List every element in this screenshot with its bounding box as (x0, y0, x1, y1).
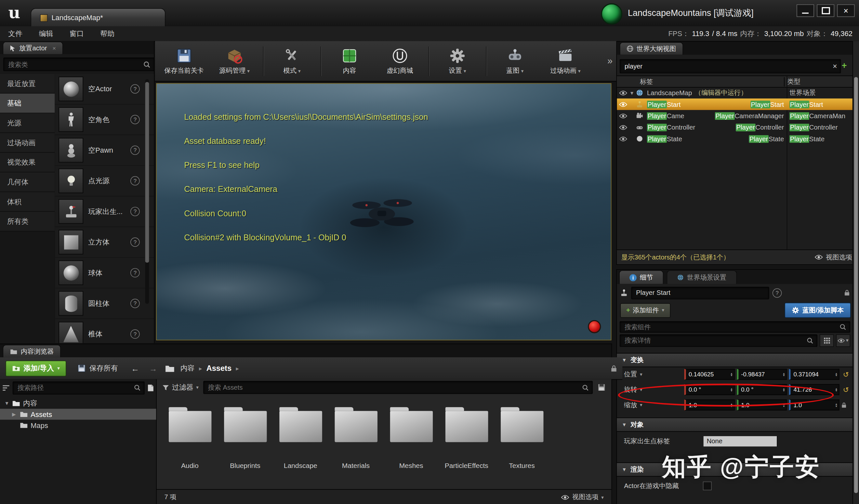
tree-item-assets[interactable]: ▶ Assets (0, 409, 156, 420)
tree-item-content-root[interactable]: ▼ 内容 (0, 398, 156, 409)
help-circle-icon[interactable]: ? (130, 207, 140, 216)
spinner-arrows[interactable]: ▲▼ (781, 403, 786, 407)
folder-item-materials[interactable]: Materials (329, 404, 382, 470)
add-component-button[interactable]: + 添加组件 ▾ (620, 303, 670, 318)
rotation-x-field[interactable]: 0.0 °▲▼ (684, 384, 735, 395)
content-view-options-button[interactable]: 视图选项 ▾ (561, 493, 604, 502)
modes-button[interactable]: 模式▾ (267, 43, 317, 79)
player-start-tag-field[interactable]: None (703, 435, 778, 446)
scrollbar-thumb[interactable] (854, 77, 858, 493)
spinner-arrows[interactable]: ▲▼ (729, 403, 734, 407)
help-circle-icon[interactable]: ? (130, 115, 140, 124)
sources-panel-icon[interactable] (147, 384, 154, 392)
expander-arrow[interactable]: ▼ (630, 90, 636, 95)
search-paths-field[interactable] (17, 383, 131, 392)
category-basic[interactable]: 基础 (0, 94, 55, 113)
folder-item-blueprints[interactable]: Blueprints (218, 404, 271, 470)
actor-item-empty-pawn[interactable]: 空Pawn ? (55, 135, 154, 166)
spinner-arrows[interactable]: ▲▼ (729, 372, 734, 377)
label-column-header[interactable]: 标签 (617, 77, 784, 86)
scale-lock-icon[interactable] (841, 402, 850, 408)
filters-button[interactable]: 过滤器 ▾ (162, 382, 199, 392)
forward-button[interactable]: → (147, 364, 160, 373)
spinner-arrows[interactable]: ▲▼ (834, 372, 839, 377)
spinner-arrows[interactable]: ▲▼ (781, 372, 786, 377)
outliner-search-input[interactable]: × (620, 59, 841, 74)
display-filter-eye-button[interactable]: ▾ (836, 334, 850, 347)
help-circle-icon[interactable]: ? (130, 237, 140, 247)
minimize-button[interactable] (797, 4, 814, 17)
menu-file[interactable]: 文件 (0, 29, 31, 38)
spinner-arrows[interactable]: ▲▼ (729, 387, 734, 392)
reset-to-default-icon[interactable]: ↺ (841, 385, 850, 394)
help-circle-icon[interactable]: ? (130, 268, 140, 278)
cinematics-button[interactable]: 过场动画▾ (541, 43, 590, 79)
category-geometry[interactable]: 几何体 (0, 172, 55, 192)
spinner-arrows[interactable]: ▲▼ (834, 403, 839, 407)
chevron-down-icon[interactable]: ▾ (640, 402, 643, 408)
actor-name-field[interactable] (631, 286, 769, 299)
actor-item-cylinder[interactable]: 圆柱体 ? (55, 288, 154, 319)
type-column-header[interactable]: 类型 (784, 77, 853, 86)
search-assets-field[interactable] (207, 383, 579, 392)
blueprints-button[interactable]: 蓝图▾ (490, 43, 540, 79)
rotation-y-field[interactable]: 0.0 °▲▼ (737, 384, 787, 395)
close-button[interactable]: × (837, 4, 855, 17)
menu-window[interactable]: 窗口 (61, 29, 92, 38)
visibility-eye-icon[interactable] (619, 90, 630, 95)
actor-item-empty-character[interactable]: 空角色 ? (55, 105, 154, 135)
lock-icon[interactable] (844, 289, 850, 296)
scale-z-field[interactable]: 1.0▲▼ (789, 399, 839, 410)
location-y-field[interactable]: -0.98437▲▼ (737, 369, 787, 380)
scrollbar-thumb[interactable] (145, 82, 149, 263)
menu-edit[interactable]: 编辑 (31, 29, 61, 38)
visibility-eye-icon[interactable] (619, 124, 630, 130)
save-level-button[interactable]: 保存当前关卡 (159, 43, 209, 79)
category-cinematic[interactable]: 过场动画 (0, 133, 55, 153)
filter-list-icon[interactable] (2, 384, 10, 391)
save-search-icon[interactable] (597, 383, 606, 392)
search-assets-input[interactable] (203, 381, 593, 394)
content-browser-tab[interactable]: 内容浏览器 (3, 345, 61, 358)
outliner-row-playercameramanager[interactable]: PlayerCame PlayerCameraManager PlayerCam… (617, 110, 853, 122)
help-circle-icon[interactable]: ? (772, 288, 782, 298)
folder-item-meshes[interactable]: Meshes (385, 404, 438, 470)
actor-item-player-start[interactable]: 玩家出生... ? (55, 196, 154, 227)
actor-item-cube[interactable]: 立方体 ? (55, 227, 154, 257)
breadcrumb-root[interactable]: 内容 (180, 363, 195, 373)
tree-item-maps[interactable]: Maps (0, 420, 156, 430)
help-circle-icon[interactable]: ? (130, 176, 140, 186)
folder-item-particleeffects[interactable]: ParticleEffects (440, 404, 493, 470)
folder-item-audio[interactable]: Audio (163, 404, 216, 470)
close-tab-icon[interactable]: × (52, 45, 56, 51)
actor-list-scrollbar[interactable] (145, 79, 149, 304)
help-circle-icon[interactable]: ? (130, 145, 140, 155)
actor-item-point-light[interactable]: 点光源 ? (55, 166, 154, 196)
actor-item-empty-actor[interactable]: 空Actor ? (55, 74, 154, 104)
outliner-row-playercontroller[interactable]: PlayerController PlayerController Player… (617, 122, 853, 133)
help-circle-icon[interactable]: ? (130, 299, 140, 308)
category-recent[interactable]: 最近放置 (0, 74, 55, 94)
level-viewport[interactable]: Loaded settings from C:\Users\iusl\Docum… (156, 83, 611, 340)
location-x-field[interactable]: 0.140625▲▼ (684, 369, 735, 380)
source-control-button[interactable]: 源码管理▾ (210, 43, 259, 79)
search-components-input[interactable] (620, 321, 850, 332)
search-classes-input[interactable] (3, 58, 154, 71)
menu-help[interactable]: 帮助 (92, 29, 123, 38)
reset-to-default-icon[interactable]: ↺ (841, 370, 850, 378)
settings-button[interactable]: 设置▾ (433, 43, 482, 79)
outliner-search-field[interactable] (623, 62, 830, 70)
grid-view-icon[interactable] (820, 334, 834, 347)
search-paths-input[interactable] (13, 381, 145, 394)
spinner-arrows[interactable]: ▲▼ (781, 387, 786, 392)
search-classes-field[interactable] (7, 60, 140, 69)
actor-name-input[interactable] (635, 288, 765, 297)
transform-section-header[interactable]: ▼ 变换 (617, 353, 853, 367)
category-volumes[interactable]: 体积 (0, 192, 55, 212)
tab-world-settings[interactable]: 世界场景设置 (667, 270, 737, 284)
folder-item-landscape[interactable]: Landscape (274, 404, 327, 470)
actor-item-cone[interactable]: 椎体 ? (55, 319, 154, 343)
scale-y-field[interactable]: 1.0▲▼ (737, 399, 787, 410)
world-outliner-tab[interactable]: 世界大纲视图 (620, 42, 683, 55)
visibility-eye-icon[interactable] (619, 113, 630, 119)
